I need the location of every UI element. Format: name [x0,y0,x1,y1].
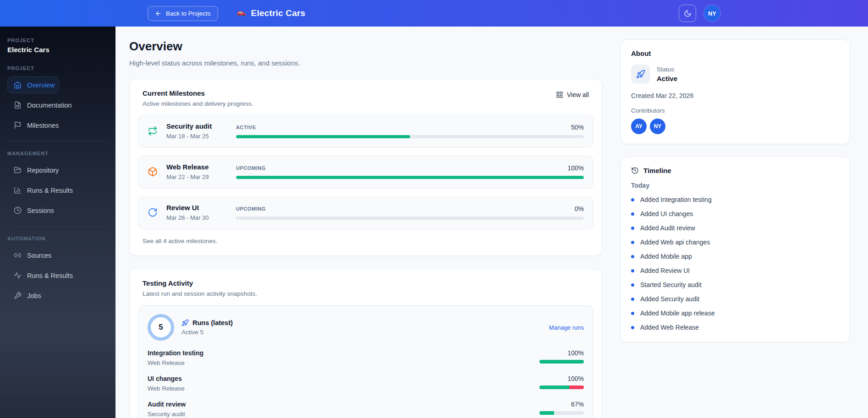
timeline-title: Timeline [643,167,671,174]
home-icon [14,81,22,89]
timeline-event-text: Added UI changes [640,210,693,217]
run-percent: 100% [538,375,584,382]
section-label-project: PROJECT [7,65,108,71]
sidebar-item-label: Runs & Results [27,187,73,194]
milestone-dates: Mar 18 - Mar 25 [166,133,236,140]
bullet-dot [631,283,634,287]
sidebar-item-runs-results[interactable]: Runs & Results [7,182,108,199]
sidebar-item-documentation[interactable]: Documentation [7,97,108,114]
milestone-percent: 100% [567,164,584,172]
bullet-dot [631,198,634,201]
run-progress-pass [539,411,554,415]
status-label: Status [657,66,677,73]
repeat-icon [148,126,159,136]
bullet-dot [631,312,634,315]
milestone-row[interactable]: Security audit Mar 18 - Mar 25 ACTIVE 50… [138,115,593,148]
app-title: Electric Cars [251,8,306,18]
testing-activity-card: Testing Activity Latest run and session … [129,269,602,418]
sidebar-item-label: Repository [27,167,59,174]
section-label-management: MANAGEMENT [7,151,108,156]
bullet-dot [631,269,634,272]
timeline-list: Added Integration testing Added UI chang… [631,196,840,331]
arrow-left-icon [155,10,162,17]
progress-fill [236,176,584,179]
timeline-event-text: Added Integration testing [640,196,712,203]
run-milestone: Security audit [148,411,186,418]
timeline-event-text: Added Mobile app [640,253,692,260]
milestone-row[interactable]: Review UI Mar 26 - Mar 30 UPCOMING 0% [138,196,593,229]
timeline-event-text: Added Mobile app release [640,309,715,317]
timeline-event: Added Audit review [631,224,840,232]
sidebar-item-repository[interactable]: Repository [7,162,108,179]
view-all-label: View all [567,91,589,98]
timeline-event: Added Security audit [631,295,840,303]
back-to-projects-button[interactable]: Back to Projects [148,6,218,21]
run-row: Integration testing Web Release 100% [148,349,584,366]
run-name: UI changes [148,375,185,382]
milestone-row[interactable]: Web Release Mar 22 - Mar 29 UPCOMING 100… [138,156,593,189]
sidebar-item-label: Sources [27,252,51,259]
milestone-dates: Mar 26 - Mar 30 [166,214,236,221]
sidebar-item-label: Jobs [27,292,41,299]
run-progress-fail [569,385,584,389]
milestone-status: ACTIVE [236,125,256,130]
user-avatar[interactable]: NY [704,5,720,22]
run-name: Integration testing [148,349,203,357]
sidebar-project-name: Electric Cars [7,46,108,54]
status-badge: Active [657,75,677,82]
created-date: Created Mar 22, 2026 [631,92,840,99]
theme-toggle-button[interactable] [679,5,696,22]
milestone-status: UPCOMING [236,206,266,212]
runs-active-count: Active 5 [181,329,233,336]
timeline-event: Added Integration testing [631,196,840,203]
sidebar-item-auto-runs-results[interactable]: Runs & Results [7,267,108,284]
sidebar-divider [9,226,106,227]
flag-icon [14,121,22,129]
section-label-automation: AUTOMATION [7,236,108,241]
sidebar-item-jobs[interactable]: Jobs [7,287,108,304]
run-row: UI changes Web Release 100% [148,375,584,392]
sidebar-item-sources[interactable]: Sources [7,247,108,264]
page-title: Overview [129,39,602,54]
sidebar-item-milestones[interactable]: Milestones [7,117,108,134]
milestone-percent: 0% [575,205,584,212]
run-progress-bar [539,385,584,389]
timeline-event: Added Mobile app release [631,309,840,317]
milestone-status: UPCOMING [236,165,266,171]
activity-icon [14,271,22,279]
history-clock-icon [631,167,639,174]
sidebar-item-label: Sessions [27,207,54,214]
runs-panel: 5 Runs (latest) Active 5 Mana [138,305,593,418]
clock-icon [14,206,22,214]
wrench-icon [14,292,22,299]
milestones-card-title: Current Milestones [143,89,253,97]
testing-card-title: Testing Activity [143,279,257,287]
sidebar-item-label: Milestones [27,122,59,129]
progress-bar [236,217,584,220]
contributor-avatar: AY [631,119,647,134]
timeline-card: Timeline Today Added Integration testing… [621,157,850,342]
run-progress-pass [539,385,569,389]
runs-latest-label: Runs (latest) [192,319,233,326]
see-all-milestones-link[interactable]: See all 4 active milestones. [138,229,593,248]
run-percent: 100% [538,349,584,357]
view-all-button[interactable]: View all [553,89,592,100]
milestone-dates: Mar 22 - Mar 29 [166,174,236,180]
bullet-dot [631,326,634,329]
sidebar-item-overview[interactable]: Overview [7,76,59,93]
run-milestone: Web Release [148,359,203,366]
manage-runs-link[interactable]: Manage runs [549,324,584,331]
sidebar-item-sessions[interactable]: Sessions [7,202,108,219]
run-milestone: Web Release [148,385,185,392]
app-window: Back to Projects Electric Cars NY PROJ [0,0,868,418]
timeline-event: Started Security audit [631,281,840,288]
timeline-event-text: Added Web api changes [640,239,710,246]
timeline-group-label: Today [631,182,840,189]
run-name: Audit review [148,401,186,408]
bullet-dot [631,241,634,244]
timeline-event-text: Added Audit review [640,224,695,232]
timeline-event: Added Web Release [631,324,840,331]
run-row: Audit review Security audit 67% [148,401,584,418]
testing-card-subtitle: Latest run and session activity snapshot… [143,290,257,297]
timeline-event: Added Review UI [631,267,840,274]
